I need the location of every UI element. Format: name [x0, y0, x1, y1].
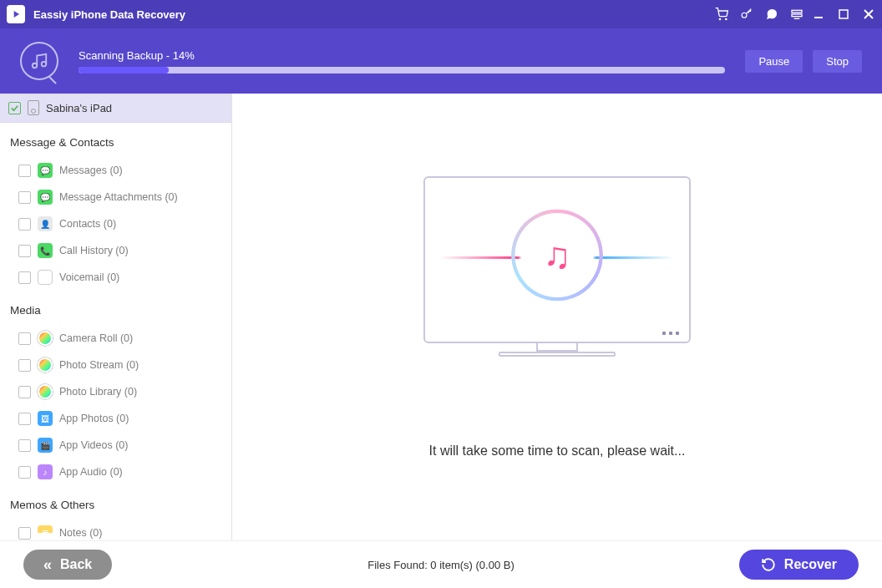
voicemail-icon: ⌾ [38, 270, 53, 285]
item-label: Photo Library (0) [59, 386, 137, 398]
item-label: Camera Roll (0) [59, 332, 133, 344]
item-label: Messages (0) [59, 165, 123, 176]
svg-rect-4 [792, 14, 802, 17]
monitor-illustration: ♫ [415, 176, 699, 393]
list-item[interactable]: ♪App Audio (0) [0, 459, 231, 485]
monitor-dots [662, 332, 679, 335]
photo-stream-icon [38, 357, 53, 373]
notes-icon: ≣ [38, 525, 53, 540]
window-controls [812, 8, 875, 21]
device-name: Sabina's iPad [46, 102, 112, 114]
item-checkbox[interactable] [18, 527, 31, 540]
list-item[interactable]: Photo Stream (0) [0, 352, 231, 378]
scan-logo-icon [20, 42, 58, 80]
list-item[interactable]: Photo Library (0) [0, 378, 231, 405]
category-header: Memos & Others [0, 485, 231, 520]
item-checkbox[interactable] [18, 245, 31, 257]
svg-rect-7 [839, 10, 848, 18]
app-photos-icon: 🖼 [38, 411, 53, 426]
item-checkbox[interactable] [18, 191, 31, 204]
menu-icon[interactable] [790, 8, 803, 21]
progress-bar [79, 67, 725, 74]
message-attachments-icon: 💬 [38, 190, 53, 205]
music-circle-art: ♫ [511, 209, 603, 301]
item-label: Notes (0) [59, 527, 102, 539]
list-item[interactable]: 💬Message Attachments (0) [0, 184, 231, 210]
music-note-icon: ♫ [544, 234, 571, 276]
item-checkbox[interactable] [18, 218, 31, 231]
item-checkbox[interactable] [18, 386, 31, 398]
svg-point-1 [726, 18, 727, 19]
list-item[interactable]: 📞Call History (0) [0, 237, 231, 264]
contacts-icon: 👤 [38, 216, 53, 231]
item-checkbox[interactable] [18, 359, 31, 372]
messages-icon: 💬 [38, 163, 53, 178]
item-label: Voicemail (0) [59, 271, 119, 283]
app-title: Eassiy iPhone Data Recovery [33, 8, 715, 21]
item-checkbox[interactable] [18, 413, 31, 425]
pause-button[interactable]: Pause [745, 50, 803, 73]
svg-point-10 [33, 63, 38, 68]
device-row[interactable]: Sabina's iPad [0, 94, 231, 123]
back-button[interactable]: Back [23, 550, 112, 580]
sidebar-scroll[interactable]: Message & Contacts💬Messages (0)💬Message … [0, 123, 231, 540]
category-header: Media [0, 291, 231, 325]
item-label: App Photos (0) [59, 413, 129, 424]
title-bar: Eassiy iPhone Data Recovery [0, 0, 882, 28]
main-area: Sabina's iPad Message & Contacts💬Message… [0, 94, 882, 540]
photo-library-icon [38, 384, 53, 399]
item-label: Message Attachments (0) [59, 191, 178, 203]
cart-icon[interactable] [715, 8, 728, 21]
item-checkbox[interactable] [18, 439, 31, 452]
progress-header: Scanning Backup - 14% Pause Stop [0, 28, 882, 94]
svg-point-11 [42, 62, 47, 67]
minimize-button[interactable] [812, 8, 825, 21]
close-button[interactable] [862, 8, 875, 21]
recover-button[interactable]: Recover [739, 550, 859, 580]
list-item[interactable]: 👤Contacts (0) [0, 210, 231, 237]
item-label: Contacts (0) [59, 218, 116, 230]
item-checkbox[interactable] [18, 332, 31, 345]
progress-buttons: Pause Stop [745, 50, 862, 73]
svg-rect-3 [792, 10, 802, 13]
ipad-icon [28, 100, 39, 115]
category-header: Message & Contacts [0, 123, 231, 157]
files-found-label: Files Found: 0 item(s) (0.00 B) [368, 559, 514, 571]
list-item[interactable]: ⌾Voicemail (0) [0, 264, 231, 291]
back-label: Back [60, 557, 92, 572]
list-item[interactable]: 🖼App Photos (0) [0, 405, 231, 432]
titlebar-actions [715, 8, 803, 21]
call-history-icon: 📞 [38, 243, 53, 258]
svg-point-0 [719, 18, 720, 19]
progress-area: Scanning Backup - 14% [79, 49, 725, 74]
camera-roll-icon [38, 331, 53, 346]
footer: Back Files Found: 0 item(s) (0.00 B) Rec… [0, 540, 882, 588]
wait-text: It will take some time to scan, please w… [429, 444, 686, 459]
app-videos-icon: 🎬 [38, 438, 53, 453]
sidebar: Sabina's iPad Message & Contacts💬Message… [0, 94, 232, 540]
item-label: Call History (0) [59, 245, 129, 256]
feedback-icon[interactable] [765, 8, 778, 21]
item-checkbox[interactable] [18, 165, 31, 177]
key-icon[interactable] [740, 8, 753, 21]
recover-icon [761, 557, 776, 572]
maximize-button[interactable] [837, 8, 850, 21]
app-logo [7, 5, 25, 23]
content-pane: ♫ It will take some time to scan, please… [232, 94, 882, 540]
list-item[interactable]: Camera Roll (0) [0, 325, 231, 352]
list-item[interactable]: 💬Messages (0) [0, 157, 231, 184]
list-item[interactable]: ≣Notes (0) [0, 520, 231, 540]
app-audio-icon: ♪ [38, 464, 53, 479]
item-checkbox[interactable] [18, 466, 31, 479]
device-checkbox[interactable] [8, 102, 21, 114]
stop-button[interactable]: Stop [813, 50, 862, 73]
progress-label: Scanning Backup - 14% [79, 49, 725, 62]
item-label: Photo Stream (0) [59, 359, 139, 371]
item-label: App Videos (0) [59, 439, 128, 451]
list-item[interactable]: 🎬App Videos (0) [0, 432, 231, 459]
item-label: App Audio (0) [59, 466, 123, 478]
recover-label: Recover [784, 557, 837, 572]
item-checkbox[interactable] [18, 271, 31, 284]
